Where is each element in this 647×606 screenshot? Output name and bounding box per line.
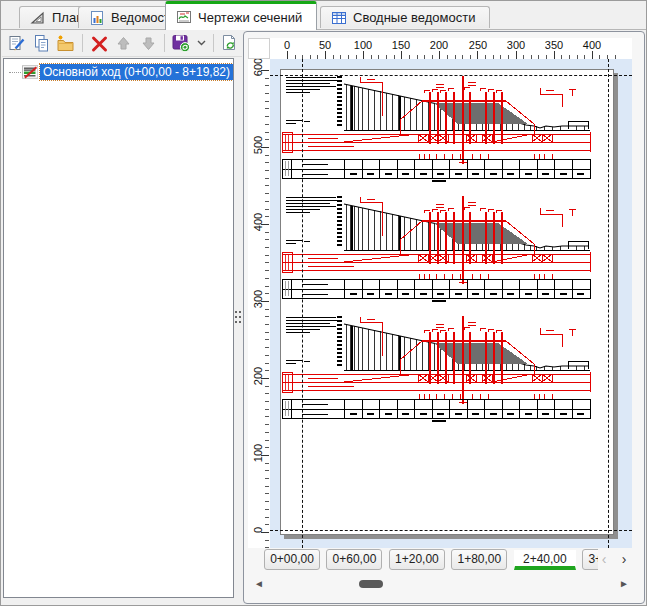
station-prev-button[interactable]: ‹ — [596, 550, 612, 568]
scrollbar-thumb[interactable] — [359, 580, 383, 588]
copy-icon — [32, 34, 51, 53]
save-button[interactable] — [170, 32, 192, 54]
hruler-label: 100 — [354, 39, 372, 51]
move-up-button[interactable] — [113, 32, 135, 54]
delete-button[interactable] — [88, 32, 110, 54]
station-label: 1+20,00 — [395, 552, 439, 566]
tree-connector — [9, 72, 21, 73]
sections-tree-panel: Основной ход (0+00,00 - 8+19,82) — [3, 58, 234, 598]
station-tab-1-80[interactable]: 1+80,00 — [451, 549, 507, 570]
print-margin-line — [302, 59, 303, 548]
print-margin-line — [270, 530, 632, 531]
move-down-button[interactable] — [137, 32, 159, 54]
splitter-grip-icon — [235, 310, 242, 326]
report-icon — [89, 10, 105, 26]
tab-svodnye-vedomosti[interactable]: Сводные ведомости — [320, 6, 490, 28]
save-options-dropdown[interactable] — [195, 32, 208, 54]
panel-splitter[interactable] — [234, 58, 243, 598]
refresh-document-icon — [220, 34, 239, 53]
print-margin-line — [270, 75, 632, 76]
main-tabbar: План Ведомости Чертежи сечений — [1, 1, 646, 30]
arrow-up-icon — [114, 34, 133, 53]
cross-section-drawing — [282, 314, 594, 424]
station-label: 0+00,00 — [270, 552, 314, 566]
vruler-major-ticks — [261, 70, 269, 548]
hruler-label: 400 — [583, 39, 601, 51]
station-next-button[interactable]: › — [616, 550, 632, 568]
summary-table-icon — [331, 10, 347, 26]
station-tab-0-60[interactable]: 0+60,00 — [326, 549, 382, 570]
horizontal-scrollbar[interactable]: ◄ ► — [244, 576, 644, 592]
delete-x-icon — [90, 34, 109, 53]
hruler-label: 250 — [469, 39, 487, 51]
app-window: План Ведомости Чертежи сечений — [0, 0, 647, 606]
toolbar-separator — [82, 34, 83, 52]
arrow-down-icon — [139, 34, 158, 53]
horizontal-ruler: 0 50 100 150 200 250 300 350 400 — [270, 38, 632, 59]
toolbar — [2, 30, 242, 57]
tab-chertezhi-sechenij[interactable]: Чертежи сечений — [165, 1, 317, 30]
station-tab-bar: 0+00,00 0+60,00 1+20,00 1+80,00 2+40,00 … — [244, 548, 644, 574]
new-folder-button[interactable] — [55, 32, 77, 54]
hruler-label: 200 — [430, 39, 448, 51]
hruler-label: 150 — [392, 39, 410, 51]
station-label: 0+60,00 — [333, 552, 377, 566]
tab-svodnye-label: Сводные ведомости — [353, 10, 475, 25]
tree-item-main-route[interactable]: Основной ход (0+00,00 - 8+19,82) — [4, 63, 233, 81]
refresh-document-button[interactable] — [219, 32, 241, 54]
vertical-ruler: 600 500 400 300 200 100 0 — [248, 59, 270, 548]
station-tab-1-20[interactable]: 1+20,00 — [389, 549, 445, 570]
hruler-label: 50 — [319, 39, 331, 51]
copy-button[interactable] — [30, 32, 52, 54]
station-label: 2+40,00 — [523, 552, 567, 566]
save-icon — [171, 33, 191, 53]
cross-section-drawing — [282, 74, 594, 184]
edit-icon — [8, 34, 27, 53]
drawing-viewer-panel: 0 50 100 150 200 250 300 350 400 600 500… — [243, 31, 645, 604]
tab-chertezhi-label: Чертежи сечений — [198, 10, 302, 25]
print-margin-line — [608, 59, 609, 548]
section-drawing-icon — [176, 9, 192, 25]
chevron-down-icon — [197, 40, 206, 46]
ruler-corner-box — [248, 38, 270, 59]
edit-button[interactable] — [6, 32, 28, 54]
tree-item-label: Основной ход (0+00,00 - 8+19,82) — [40, 64, 233, 80]
station-label: 1+80,00 — [458, 552, 502, 566]
hruler-major-ticks — [287, 51, 617, 59]
station-tabs: 0+00,00 0+60,00 1+20,00 1+80,00 2+40,00 … — [264, 549, 598, 575]
plan-icon — [30, 10, 46, 26]
toolbar-separator — [213, 34, 214, 52]
cross-section-drawing — [282, 194, 594, 304]
drawing-canvas[interactable] — [270, 59, 632, 548]
hruler-label: 300 — [507, 39, 525, 51]
scroll-right-arrow[interactable]: ► — [618, 578, 630, 590]
new-folder-icon — [56, 34, 75, 53]
scroll-left-arrow[interactable]: ◄ — [253, 578, 265, 590]
station-tab-2-40[interactable]: 2+40,00 — [514, 550, 576, 570]
hruler-label: 0 — [284, 39, 290, 51]
station-tab-0-00[interactable]: 0+00,00 — [264, 549, 320, 570]
hruler-label: 350 — [545, 39, 563, 51]
toolbar-separator — [164, 34, 165, 52]
route-icon — [22, 65, 38, 79]
